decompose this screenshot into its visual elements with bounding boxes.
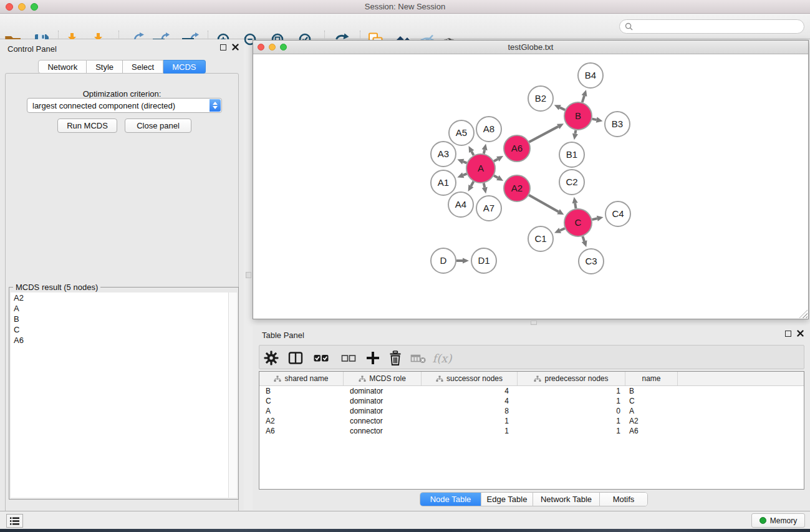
graph-node-B[interactable]: B — [564, 102, 592, 130]
graph-node-A[interactable]: A — [466, 154, 495, 183]
table-cell[interactable]: 1 — [518, 426, 625, 436]
graph-node-C1[interactable]: C1 — [528, 226, 553, 251]
graph-edge-A-A2[interactable] — [494, 176, 498, 178]
column-header-predecessor-nodes[interactable]: predecessor nodes — [518, 372, 625, 385]
add-column-icon[interactable] — [364, 349, 382, 367]
table-cell[interactable]: C — [259, 396, 344, 406]
graph-edge-A-A7[interactable] — [484, 183, 485, 188]
mcds-result-item[interactable]: B — [11, 314, 228, 324]
close-panel-icon[interactable] — [232, 44, 239, 51]
graph-node-A5[interactable]: A5 — [449, 120, 474, 145]
network-window-titlebar[interactable]: testGlobe.txt — [253, 41, 808, 54]
horizontal-split-handle[interactable] — [531, 321, 537, 325]
select-all-icon[interactable] — [312, 349, 330, 367]
mcds-result-scrollbar[interactable] — [228, 293, 237, 498]
graph-edge-B-B3[interactable] — [592, 119, 597, 120]
table-cell[interactable]: 0 — [518, 406, 625, 416]
table-row[interactable]: Cdominator41C — [259, 396, 804, 406]
table-settings-icon[interactable] — [263, 349, 280, 367]
graph-edge-B-B1[interactable] — [575, 130, 576, 134]
graph-node-B3[interactable]: B3 — [605, 112, 630, 137]
graph-edge-B-B4[interactable] — [582, 95, 584, 102]
optimization-criterion-select[interactable]: largest connected component (directed) — [27, 98, 222, 113]
table-cell[interactable]: dominator — [344, 406, 422, 416]
table-cell[interactable]: dominator — [344, 386, 422, 396]
graph-node-C2[interactable]: C2 — [559, 170, 584, 195]
table-cell[interactable]: A — [625, 406, 678, 416]
graph-edge-C-C4[interactable] — [592, 218, 597, 220]
table-cell[interactable]: A6 — [259, 426, 344, 436]
graph-edge-A6-B[interactable] — [529, 127, 558, 142]
vertical-split-handle[interactable] — [246, 272, 251, 278]
close-panel-button[interactable]: Close panel — [125, 118, 191, 133]
deselect-all-icon[interactable] — [340, 349, 357, 367]
table-cell[interactable]: 1 — [518, 416, 625, 426]
delete-table-icon[interactable] — [410, 349, 427, 367]
graph-edge-A-A6[interactable] — [494, 159, 498, 161]
table-cell[interactable]: A2 — [259, 416, 344, 426]
tab-motifs[interactable]: Motifs — [599, 493, 647, 506]
graph-node-A1[interactable]: A1 — [431, 170, 456, 195]
table-cell[interactable]: B — [625, 386, 678, 396]
table-cell[interactable]: 1 — [518, 396, 625, 406]
graph-canvas[interactable]: B4B2BB3A8A5A6A3B1AA1C2A2A4A7C4CC1C3DD1 — [253, 54, 808, 319]
column-header-name[interactable]: name — [625, 372, 678, 385]
table-row[interactable]: Adominator80A — [259, 406, 804, 416]
table-row[interactable]: Bdominator41B — [259, 386, 804, 396]
tab-network-table[interactable]: Network Table — [533, 493, 599, 506]
mcds-result-item[interactable]: A — [11, 303, 228, 314]
graph-edge-A-A4[interactable] — [471, 181, 473, 186]
table-cell[interactable]: connector — [344, 416, 422, 426]
graph-node-B1[interactable]: B1 — [559, 142, 584, 167]
table-cell[interactable]: B — [259, 386, 344, 396]
graph-node-C3[interactable]: C3 — [579, 249, 604, 274]
table-cell[interactable]: A2 — [625, 416, 678, 426]
table-cell[interactable]: connector — [344, 426, 422, 436]
float-panel-icon[interactable] — [220, 44, 226, 51]
table-cell[interactable]: A6 — [625, 426, 678, 436]
table-cell[interactable]: 1 — [518, 386, 625, 396]
memory-button[interactable]: Memory — [751, 513, 805, 528]
table-cell[interactable]: A — [259, 406, 344, 416]
table-cell[interactable]: 4 — [422, 386, 518, 396]
search-input[interactable] — [633, 22, 804, 31]
table-float-panel-icon[interactable] — [785, 331, 791, 337]
window-resize-grip[interactable] — [799, 309, 808, 318]
tab-edge-table[interactable]: Edge Table — [481, 493, 533, 506]
show-columns-icon[interactable] — [287, 349, 304, 367]
table-close-panel-icon[interactable] — [797, 330, 804, 337]
graph-edge-A2-C[interactable] — [529, 195, 558, 212]
tab-mcds[interactable]: MCDS — [163, 60, 205, 74]
graph-node-A7[interactable]: A7 — [476, 196, 501, 221]
graph-node-A3[interactable]: A3 — [431, 142, 456, 167]
graph-edge-C-C2[interactable] — [575, 203, 576, 209]
graph-edge-A-A8[interactable] — [484, 150, 485, 153]
delete-columns-icon[interactable] — [387, 349, 404, 367]
tab-style[interactable]: Style — [87, 60, 123, 74]
graph-edge-B-B2[interactable] — [560, 107, 565, 110]
graph-node-D[interactable]: D — [431, 248, 456, 273]
column-header-MCDS-role[interactable]: MCDS role — [344, 372, 422, 385]
graph-node-B4[interactable]: B4 — [578, 63, 603, 88]
table-cell[interactable]: 1 — [422, 416, 518, 426]
table-row[interactable]: A6connector11A6 — [259, 426, 804, 436]
graph-edge-A-A3[interactable] — [463, 162, 467, 163]
graph-node-A4[interactable]: A4 — [448, 192, 473, 217]
graph-node-C4[interactable]: C4 — [605, 201, 630, 226]
graph-node-D1[interactable]: D1 — [471, 248, 496, 273]
column-header-successor-nodes[interactable]: successor nodes — [422, 372, 518, 385]
table-cell[interactable]: dominator — [344, 396, 422, 406]
table-cell[interactable]: C — [625, 396, 678, 406]
network-canvas[interactable]: B4B2BB3A8A5A6A3B1AA1C2A2A4A7C4CC1C3DD1 — [253, 54, 808, 319]
graph-node-A2[interactable]: A2 — [504, 175, 530, 201]
graph-node-C[interactable]: C — [564, 209, 592, 236]
column-header-shared-name[interactable]: shared name — [259, 372, 344, 385]
tab-select[interactable]: Select — [123, 60, 163, 74]
graph-edge-A-A1[interactable] — [463, 174, 467, 175]
search-box[interactable] — [619, 19, 804, 34]
run-mcds-button[interactable]: Run MCDS — [57, 118, 117, 133]
tab-node-table[interactable]: Node Table — [420, 493, 481, 506]
mcds-result-item[interactable]: A6 — [11, 335, 228, 346]
tab-network[interactable]: Network — [38, 60, 87, 74]
graph-edge-C-C3[interactable] — [582, 236, 584, 241]
